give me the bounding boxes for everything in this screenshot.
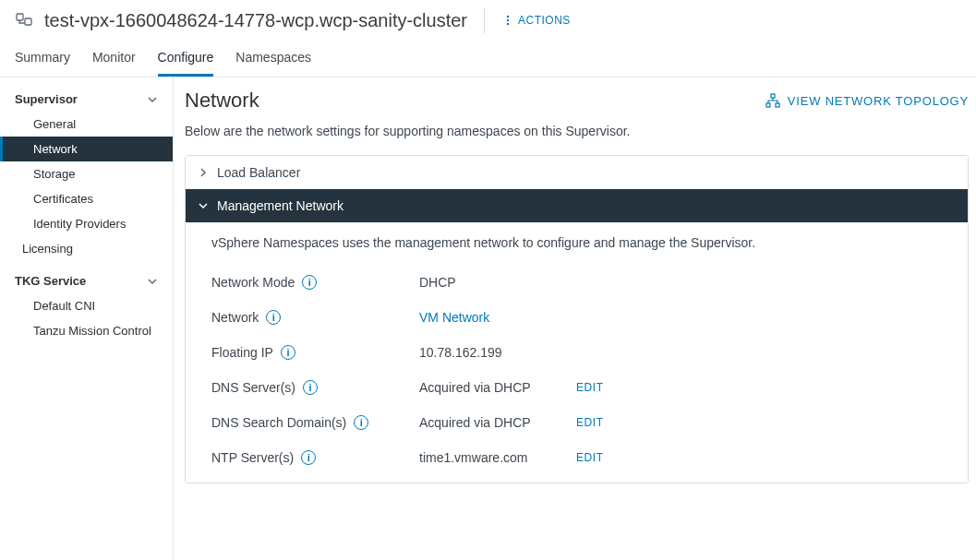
field-label: Floating IPi [211,345,419,360]
view-topology-label: VIEW NETWORK TOPOLOGY [788,94,969,108]
sidebar-group-supervisor[interactable]: Supervisor [0,87,173,112]
actions-menu[interactable]: ACTIONS [496,8,578,32]
main-content: Network VIEW NETWORK TOPOLOGY Below are … [174,77,976,560]
sidebar-item-storage[interactable]: Storage [0,161,173,186]
chevron-right-icon [199,168,208,177]
info-icon[interactable]: i [303,380,318,395]
cluster-title: test-vpx-1660048624-14778-wcp.wcp-sanity… [44,10,467,31]
svg-rect-6 [766,103,770,107]
field-label: Networki [211,310,419,325]
field-label-text: Network Mode [211,275,295,290]
sidebar-item-licensing[interactable]: Licensing [0,236,173,261]
field-label: DNS Server(s)i [211,380,419,395]
topology-icon [765,93,780,108]
page-description: Below are the network settings for suppo… [185,120,976,155]
sidebar-item-general[interactable]: General [0,112,173,137]
sidebar: Supervisor General Network Storage Certi… [0,77,174,560]
field-label-text: DNS Server(s) [211,380,295,395]
tabs: Summary Monitor Configure Namespaces [0,41,976,77]
field-label-text: DNS Search Domain(s) [211,415,346,430]
accordion-title: Load Balancer [217,165,300,180]
field-value-link[interactable]: VM Network [419,310,576,325]
tab-configure[interactable]: Configure [158,41,214,77]
field-row: NTP Server(s)itime1.vmware.comEDIT [211,440,942,475]
edit-button[interactable]: EDIT [576,381,604,394]
sidebar-item-default-cni[interactable]: Default CNI [0,293,173,318]
field-row: DNS Server(s)iAcquired via DHCPEDIT [211,370,942,405]
field-label-text: NTP Server(s) [211,450,294,465]
section-description: vSphere Namespaces uses the management n… [211,235,942,250]
page-header: test-vpx-1660048624-14778-wcp.wcp-sanity… [0,0,976,41]
field-row: Floating IPi10.78.162.199 [211,335,942,370]
accordion-management-network[interactable]: Management Network [186,189,968,222]
chevron-down-icon [147,276,158,287]
field-label: DNS Search Domain(s)i [211,415,419,430]
actions-label: ACTIONS [518,14,571,27]
actions-icon [503,14,512,27]
group-label: TKG Service [15,274,86,288]
field-row: NetworkiVM Network [211,300,942,335]
sidebar-item-network[interactable]: Network [0,137,173,161]
view-network-topology-button[interactable]: VIEW NETWORK TOPOLOGY [765,93,969,108]
divider [484,7,485,33]
svg-point-2 [507,16,509,18]
edit-button[interactable]: EDIT [576,416,604,429]
sidebar-item-tanzu-mission-control[interactable]: Tanzu Mission Control [0,318,173,343]
info-icon[interactable]: i [302,275,317,290]
field-label-text: Floating IP [211,345,273,360]
tab-summary[interactable]: Summary [15,41,70,77]
field-value: Acquired via DHCP [419,380,576,395]
field-value: DHCP [419,275,576,290]
field-row: DNS Search Domain(s)iAcquired via DHCPED… [211,405,942,440]
field-label: NTP Server(s)i [211,450,419,465]
group-label: Supervisor [15,92,78,106]
info-icon[interactable]: i [354,415,368,430]
field-label: Network Modei [211,275,419,290]
tab-monitor[interactable]: Monitor [92,41,136,77]
info-icon[interactable]: i [281,345,295,360]
sidebar-item-certificates[interactable]: Certificates [0,186,173,211]
svg-rect-0 [17,14,23,20]
svg-point-3 [507,19,509,21]
field-value: time1.vmware.com [419,450,576,465]
info-icon[interactable]: i [266,310,281,325]
field-value: Acquired via DHCP [419,415,576,430]
accordion: Load Balancer Management Network vSphere… [185,155,969,483]
info-icon[interactable]: i [301,450,316,465]
accordion-body: vSphere Namespaces uses the management n… [186,222,968,483]
cluster-icon [15,10,33,31]
field-label-text: Network [211,310,259,325]
svg-point-4 [507,23,509,25]
sidebar-item-identity-providers[interactable]: Identity Providers [0,211,173,236]
svg-rect-1 [25,18,31,25]
svg-rect-7 [776,103,779,107]
edit-button[interactable]: EDIT [576,451,604,464]
field-value: 10.78.162.199 [419,345,576,360]
chevron-down-icon [147,94,158,105]
field-row: Network ModeiDHCP [211,265,942,300]
accordion-title: Management Network [217,198,343,213]
page-title: Network [185,89,259,113]
tab-namespaces[interactable]: Namespaces [235,41,311,77]
sidebar-group-tkg[interactable]: TKG Service [0,268,173,293]
chevron-down-icon [199,201,208,210]
svg-rect-5 [771,94,775,98]
accordion-load-balancer[interactable]: Load Balancer [186,156,968,189]
